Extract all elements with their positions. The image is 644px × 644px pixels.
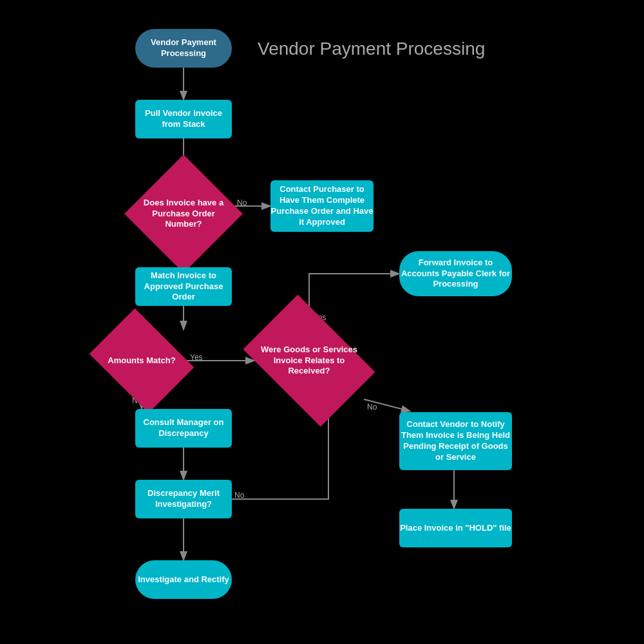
label-no1: No (237, 198, 247, 207)
consult-manager-node: Consult Manager on Discrepancy (135, 409, 232, 448)
discrepancy-merit-node: Discrepancy Merit Investigating? (135, 480, 232, 518)
contact-vendor-node: Contact Vendor to Notify Them Invoice is… (399, 412, 512, 470)
label-no3: No (367, 402, 377, 412)
forward-invoice-node: Forward Invoice to Accounts Payable Cler… (399, 251, 512, 296)
match-invoice-node: Match Invoice to Approved Purchase Order (135, 267, 232, 306)
goods-received-node: Were Goods or Services Invoice Relates t… (243, 294, 375, 426)
investigate-node: Investigate and Rectify (135, 560, 232, 599)
label-no4: No (234, 491, 244, 500)
start-node: Vendor Payment Processing (135, 29, 232, 68)
label-yes2: Yes (190, 353, 203, 362)
pull-invoice-node: Pull Vendor Invoice from Stack (135, 100, 232, 138)
page-title: Vendor Payment Processing (258, 39, 485, 59)
hold-file-node: Place Invoice in "HOLD" file (399, 509, 512, 547)
amounts-match-node: Amounts Match? (90, 308, 194, 413)
contact-purchaser-node: Contact Purchaser to Have Them Complete … (270, 180, 374, 232)
has-po-node: Does Invoice have a Purchase Order Numbe… (124, 155, 243, 273)
